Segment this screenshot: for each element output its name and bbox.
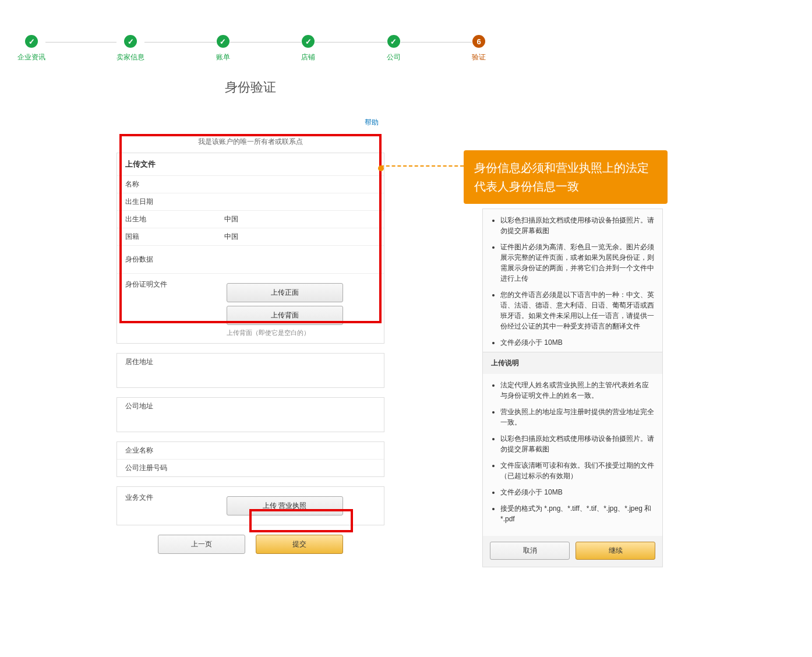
step-4: 店铺: [301, 35, 315, 62]
step-line: [144, 42, 216, 43]
nav-buttons: 上一页 提交: [116, 535, 384, 554]
step-line: [45, 42, 116, 43]
panel2-continue-button[interactable]: 继续: [576, 542, 655, 560]
owner-statement: 我是该账户的唯一所有者或联系点: [116, 137, 384, 147]
guideline-item: 以彩色扫描原始文档或使用移动设备拍摄照片。请勿提交屏幕截图: [500, 215, 654, 236]
row-name: 名称: [117, 175, 384, 193]
prev-button[interactable]: 上一页: [158, 535, 245, 554]
annotation-connector: [380, 165, 464, 167]
main-form: 身份验证 帮助 我是该账户的唯一所有者或联系点 上传文件 名称 出生日期 出生地…: [116, 70, 384, 554]
label-business-file: 业务文件: [125, 493, 224, 503]
step-line: [230, 42, 301, 43]
value-name: [216, 181, 384, 188]
step-3: 账单: [216, 35, 230, 62]
submit-button[interactable]: 提交: [256, 535, 343, 554]
upload-section: 上传文件 名称 出生日期 出生地 中国 国籍 中国 身份数据 身份证明文件 上传…: [116, 153, 384, 344]
value-res-addr: [216, 359, 384, 366]
label-idfile: 身份证明文件: [125, 280, 224, 289]
guideline-item: 以彩色扫描原始文档或使用移动设备拍摄照片。请勿提交屏幕截图: [500, 433, 654, 454]
step-3-label: 账单: [216, 52, 230, 62]
row-co-addr: 公司地址: [117, 398, 384, 415]
step-5-label: 公司: [387, 52, 401, 62]
check-icon: [124, 35, 137, 48]
guideline-item: 营业执照上的地址应与注册时提供的营业地址完全一致。: [500, 407, 654, 428]
progress-stepper: 企业资讯 卖家信息 账单 店铺 公司 6 验证: [17, 35, 486, 62]
upload-back-button[interactable]: 上传背面: [227, 306, 343, 325]
value-company-reg: [216, 465, 384, 472]
value-nationality: 中国: [216, 228, 384, 245]
row-iddata: 身份数据: [117, 245, 384, 273]
row-nationality: 国籍 中国: [117, 228, 384, 245]
upload-license-button[interactable]: 上传 营业执照: [227, 496, 343, 515]
row-pob: 出生地 中国: [117, 210, 384, 228]
step-6-number: 6: [472, 35, 485, 48]
step-4-label: 店铺: [301, 52, 315, 62]
guideline-item: 文件应该清晰可读和有效。我们不接受过期的文件（已超过标示的有效期）: [500, 460, 654, 481]
step-1: 企业资讯: [17, 35, 45, 62]
label-name: 名称: [117, 176, 216, 193]
step-5: 公司: [387, 35, 401, 62]
upload-back-hint: 上传背面（即使它是空白的）: [227, 328, 355, 337]
help-link[interactable]: 帮助: [365, 118, 379, 128]
upload-heading: 上传文件: [117, 153, 384, 175]
label-company-name: 企业名称: [117, 442, 216, 459]
business-file-section: 业务文件 上传 营业执照: [116, 486, 384, 525]
label-co-addr: 公司地址: [117, 398, 216, 415]
upload-guidelines-panel-2: 上传说明 法定代理人姓名或营业执照上的主管/代表姓名应与身份证明文件上的姓名一致…: [482, 352, 663, 567]
annotation-callout: 身份信息必须和营业执照上的法定代表人身份信息一致: [464, 150, 668, 204]
row-res-addr: 居住地址: [117, 354, 384, 370]
upload-front-button[interactable]: 上传正面: [227, 283, 343, 302]
label-res-addr: 居住地址: [117, 354, 216, 370]
guideline-item: 证件图片必须为高清、彩色且一览无余。图片必须展示完整的证件页面，或者如果为居民身…: [500, 242, 654, 284]
step-1-label: 企业资讯: [17, 52, 45, 62]
value-co-addr: [216, 403, 384, 410]
step-6: 6 验证: [472, 35, 486, 62]
value-dob: [216, 199, 384, 206]
row-idfile: 身份证明文件 上传正面 上传背面 上传背面（即使它是空白的）: [117, 273, 384, 343]
panel2-cancel-button[interactable]: 取消: [490, 542, 570, 560]
guideline-item: 文件必须小于 10MB: [500, 487, 654, 497]
step-2-label: 卖家信息: [116, 52, 144, 62]
step-6-label: 验证: [472, 52, 486, 62]
label-nationality: 国籍: [117, 228, 216, 245]
row-dob: 出生日期: [117, 193, 384, 210]
company-info-section: 企业名称 公司注册号码: [116, 441, 384, 477]
value-company-name: [216, 447, 384, 454]
label-iddata: 身份数据: [117, 251, 216, 268]
guideline-item: 文件必须小于 10MB: [500, 337, 654, 348]
label-dob: 出生日期: [117, 193, 216, 210]
residential-address-section: 居住地址: [116, 353, 384, 388]
value-pob: 中国: [216, 211, 384, 228]
panel2-heading: 上传说明: [483, 352, 662, 374]
step-2: 卖家信息: [116, 35, 144, 62]
company-address-section: 公司地址: [116, 397, 384, 432]
check-icon: [25, 35, 38, 48]
guideline-item: 法定代理人姓名或营业执照上的主管/代表姓名应与身份证明文件上的姓名一致。: [500, 380, 654, 401]
guideline-item: 您的文件语言必须是以下语言中的一种：中文、英语、法语、德语、意大利语、日语、葡萄…: [500, 289, 654, 331]
row-company-name: 企业名称: [117, 442, 384, 459]
guideline-item: 接受的格式为 *.png、*.tiff、*.tif、*.jpg、*.jpeg 和…: [500, 503, 654, 524]
check-icon: [387, 35, 400, 48]
value-iddata: [216, 256, 384, 263]
row-company-reg: 公司注册号码: [117, 459, 384, 476]
label-company-reg: 公司注册号码: [117, 460, 216, 476]
check-icon: [302, 35, 315, 48]
step-line: [401, 42, 472, 43]
check-icon: [217, 35, 230, 48]
step-line: [315, 42, 386, 43]
label-pob: 出生地: [117, 211, 216, 228]
page-title: 身份验证: [116, 79, 384, 96]
guidelines-list-2: 法定代理人姓名或营业执照上的主管/代表姓名应与身份证明文件上的姓名一致。 营业执…: [483, 374, 662, 536]
